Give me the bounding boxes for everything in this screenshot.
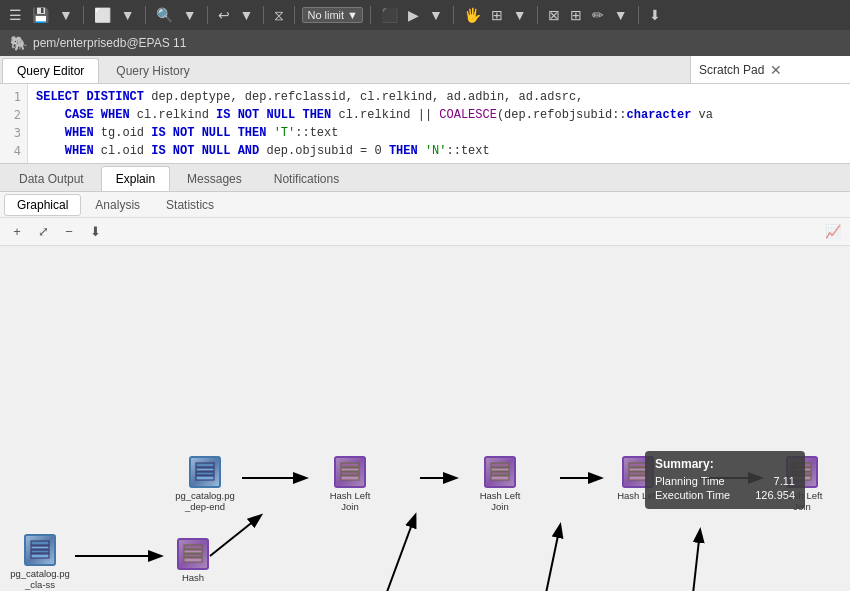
svg-line-12 — [670, 531, 700, 591]
node-label: pg_catalog.pg_cla-ss — [10, 568, 70, 591]
node-hash-left-join-1[interactable]: Hash Left Join — [310, 456, 390, 513]
svg-rect-23 — [184, 554, 202, 557]
node-label: pg_catalog.pg_dep-end — [175, 490, 235, 513]
toolbar-icon-11[interactable]: ⊠ — [545, 5, 563, 25]
svg-rect-13 — [196, 463, 214, 467]
hand-icon[interactable]: 🖐 — [461, 5, 484, 25]
toolbar-icon-3[interactable]: ▼ — [56, 5, 76, 25]
svg-rect-14 — [196, 468, 214, 471]
sep4 — [263, 6, 264, 24]
grid-icon[interactable]: ⊞ — [488, 5, 506, 25]
svg-rect-27 — [341, 472, 359, 475]
db-icon: 🐘 — [10, 35, 27, 51]
arrows-svg — [0, 246, 850, 591]
scratch-pad-area: Scratch Pad ✕ — [690, 56, 850, 84]
planning-label: Planning Time — [655, 475, 725, 487]
tab-query-editor[interactable]: Query Editor — [2, 58, 99, 83]
toolbar-icon-8[interactable]: ↩ — [215, 5, 233, 25]
trend-icon[interactable]: 📈 — [822, 221, 844, 243]
sep5 — [294, 6, 295, 24]
svg-rect-18 — [31, 546, 49, 549]
toolbar-icon-9[interactable]: ▼ — [237, 5, 257, 25]
scratch-close-icon[interactable]: ✕ — [770, 62, 782, 78]
summary-title: Summary: — [655, 457, 795, 471]
svg-rect-16 — [196, 476, 214, 480]
toolbar-icon-10[interactable]: ▼ — [510, 5, 530, 25]
tab-query-history[interactable]: Query History — [101, 58, 204, 83]
toolbar-icon-1[interactable]: ☰ — [6, 5, 25, 25]
toolbar-icon-2[interactable]: 💾 — [29, 5, 52, 25]
main-toolbar: ☰ 💾 ▼ ⬜ ▼ 🔍 ▼ ↩ ▼ ⧖ No limit ▼ ⬛ ▶ ▼ 🖐 ⊞… — [0, 0, 850, 30]
toolbar-icon-6[interactable]: 🔍 — [153, 5, 176, 25]
explain-tab-graphical[interactable]: Graphical — [4, 194, 81, 216]
sql-content[interactable]: SELECT DISTINCT dep.deptype, dep.refclas… — [28, 84, 850, 163]
toolbar-icon-13[interactable]: ✏ — [589, 5, 607, 25]
svg-rect-37 — [491, 463, 509, 467]
sep8 — [537, 6, 538, 24]
toolbar-icon-5[interactable]: ▼ — [118, 5, 138, 25]
node-hash-left-join-2[interactable]: Hash Left Join — [460, 456, 540, 513]
svg-rect-49 — [629, 463, 647, 467]
node-label: Hash Left Join — [320, 490, 380, 513]
explain-tab-analysis[interactable]: Analysis — [83, 195, 152, 215]
diagram-inner: pg_catalog.pg_dep-end pg_catalog.pg_cla-… — [0, 246, 850, 591]
tab-notifications[interactable]: Notifications — [259, 166, 354, 191]
hash-join-node-icon — [484, 456, 516, 488]
execution-value: 126.954 — [755, 489, 795, 501]
tab-messages[interactable]: Messages — [172, 166, 257, 191]
summary-planning-row: Planning Time 7.11 — [655, 475, 795, 487]
limit-dropdown[interactable]: No limit ▼ — [302, 7, 363, 23]
zoom-out-icon[interactable]: − — [58, 221, 80, 243]
node-label: Hash Left Join — [470, 490, 530, 513]
svg-rect-26 — [341, 468, 359, 471]
node-hash-1[interactable]: Hash — [163, 538, 223, 583]
svg-rect-52 — [629, 476, 647, 480]
toolbar-icon-7[interactable]: ▼ — [180, 5, 200, 25]
sep6 — [370, 6, 371, 24]
sep2 — [145, 6, 146, 24]
svg-rect-24 — [184, 558, 202, 562]
graphical-toolbar: + ⤢ − ⬇ 📈 — [0, 218, 850, 246]
sep1 — [83, 6, 84, 24]
sub-tabs-row: Data Output Explain Messages Notificatio… — [0, 164, 850, 192]
diagram-scroll[interactable]: pg_catalog.pg_dep-end pg_catalog.pg_cla-… — [0, 246, 850, 591]
title-bar: 🐘 pem/enterprisedb@EPAS 11 — [0, 30, 850, 56]
tab-data-output[interactable]: Data Output — [4, 166, 99, 191]
sql-editor[interactable]: 1 2 3 4 SELECT DISTINCT dep.deptype, dep… — [0, 84, 850, 164]
diagram-wrapper: pg_catalog.pg_dep-end pg_catalog.pg_cla-… — [0, 246, 850, 591]
execution-label: Execution Time — [655, 489, 730, 501]
svg-rect-20 — [31, 554, 49, 558]
zoom-in-icon[interactable]: + — [6, 221, 28, 243]
svg-rect-15 — [196, 472, 214, 475]
sep7 — [453, 6, 454, 24]
tab-explain[interactable]: Explain — [101, 166, 170, 191]
run-dropdown-icon[interactable]: ▼ — [426, 5, 446, 25]
toolbar-icon-15[interactable]: ⬇ — [646, 5, 664, 25]
svg-rect-40 — [491, 476, 509, 480]
explain-tabs-row: Graphical Analysis Statistics — [0, 192, 850, 218]
explain-tab-statistics[interactable]: Statistics — [154, 195, 226, 215]
svg-line-6 — [370, 516, 415, 591]
toolbar-icon-12[interactable]: ⊞ — [567, 5, 585, 25]
toolbar-icon-14[interactable]: ▼ — [611, 5, 631, 25]
table-node-icon — [24, 534, 56, 566]
toolbar-icon-4[interactable]: ⬜ — [91, 5, 114, 25]
zoom-fit-icon[interactable]: ⤢ — [32, 221, 54, 243]
node-pg-class[interactable]: pg_catalog.pg_cla-ss — [10, 534, 70, 591]
summary-execution-row: Execution Time 126.954 — [655, 489, 795, 501]
stop-icon[interactable]: ⬛ — [378, 5, 401, 25]
sep9 — [638, 6, 639, 24]
node-pg-dep-end[interactable]: pg_catalog.pg_dep-end — [175, 456, 235, 513]
sep3 — [207, 6, 208, 24]
svg-rect-25 — [341, 463, 359, 467]
summary-tooltip: Summary: Planning Time 7.11 Execution Ti… — [645, 451, 805, 509]
scratch-pad-label: Scratch Pad — [699, 63, 764, 77]
run-icon[interactable]: ▶ — [405, 5, 422, 25]
planning-value: 7.11 — [774, 475, 795, 487]
content-wrapper: Graphical Analysis Statistics + ⤢ − ⬇ 📈 — [0, 192, 850, 591]
toolbar-icon-filter[interactable]: ⧖ — [271, 5, 287, 26]
svg-rect-51 — [629, 472, 647, 475]
download-icon[interactable]: ⬇ — [84, 221, 106, 243]
svg-rect-22 — [184, 550, 202, 553]
svg-rect-17 — [31, 541, 49, 545]
